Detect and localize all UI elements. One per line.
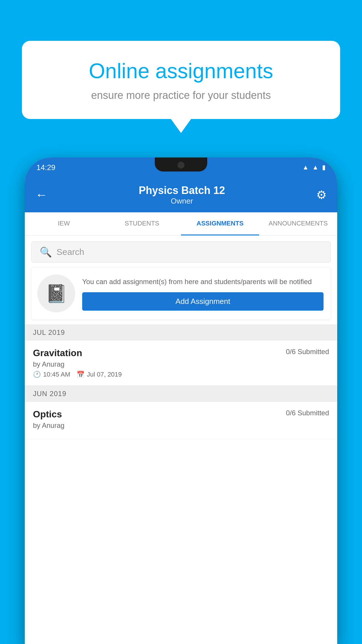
assignment-name-gravitation: Gravitation (33, 348, 82, 358)
assignment-name-optics: Optics (33, 409, 62, 420)
promo-card: 📓 You can add assignment(s) from here an… (31, 267, 331, 320)
battery-icon: ▮ (322, 164, 326, 171)
assignment-meta-gravitation: 🕐 10:45 AM 📅 Jul 07, 2019 (33, 371, 329, 378)
assignment-submitted-gravitation: 0/6 Submitted (286, 348, 329, 356)
assignment-item-optics[interactable]: Optics 0/6 Submitted by Anurag (25, 402, 337, 439)
search-bar[interactable]: 🔍 Search (31, 242, 331, 262)
speech-bubble: Online assignments ensure more practice … (22, 41, 340, 119)
tab-iew[interactable]: IEW (25, 212, 103, 235)
section-header-jun: JUN 2019 (25, 386, 337, 402)
clock-icon: 🕐 (33, 371, 41, 378)
assignment-author-optics: by Anurag (33, 421, 329, 430)
tab-bar: IEW STUDENTS ASSIGNMENTS ANNOUNCEMENTS (25, 212, 337, 236)
search-icon: 🔍 (40, 246, 52, 258)
notebook-icon: 📓 (45, 283, 67, 304)
wifi-icon: ▲ (302, 164, 309, 171)
speech-bubble-title: Online assignments (42, 58, 320, 83)
section-header-jul: JUL 2019 (25, 324, 337, 341)
app-header: ← Physics Batch 12 Owner ⚙ (25, 177, 337, 212)
signal-icon: ▲ (312, 164, 319, 171)
tab-students[interactable]: STUDENTS (103, 212, 181, 235)
assignment-item-gravitation[interactable]: Gravitation 0/6 Submitted by Anurag 🕐 10… (25, 341, 337, 386)
calendar-icon: 📅 (77, 371, 85, 378)
add-assignment-button[interactable]: Add Assignment (82, 292, 324, 311)
promo-icon-circle: 📓 (37, 274, 75, 312)
header-title: Physics Batch 12 (139, 184, 225, 197)
settings-icon[interactable]: ⚙ (316, 188, 327, 202)
promo-text-group: You can add assignment(s) from here and … (82, 276, 324, 311)
assignment-time-gravitation: 🕐 10:45 AM (33, 371, 70, 378)
promo-description: You can add assignment(s) from here and … (82, 276, 324, 287)
header-title-group: Physics Batch 12 Owner (139, 184, 225, 206)
assignment-row1: Gravitation 0/6 Submitted (33, 348, 329, 358)
phone-inner: 14:29 ▲ ▲ ▮ ← Physics Batch 12 Owner ⚙ I… (25, 158, 337, 644)
assignment-date-gravitation: 📅 Jul 07, 2019 (77, 371, 122, 378)
phone-frame: 14:29 ▲ ▲ ▮ ← Physics Batch 12 Owner ⚙ I… (25, 158, 337, 644)
phone-camera (178, 162, 184, 169)
speech-bubble-subtitle: ensure more practice for your students (42, 89, 320, 102)
phone-content: 🔍 Search 📓 You can add assignment(s) fro… (25, 236, 337, 644)
tab-assignments[interactable]: ASSIGNMENTS (181, 212, 259, 235)
search-placeholder: Search (57, 247, 84, 257)
assignment-author-gravitation: by Anurag (33, 360, 329, 368)
status-time: 14:29 (36, 163, 55, 172)
status-icons: ▲ ▲ ▮ (302, 164, 326, 171)
header-subtitle: Owner (139, 197, 225, 206)
speech-bubble-container: Online assignments ensure more practice … (22, 41, 340, 119)
assignment-row1-optics: Optics 0/6 Submitted (33, 409, 329, 420)
tab-announcements[interactable]: ANNOUNCEMENTS (259, 212, 337, 235)
assignment-submitted-optics: 0/6 Submitted (286, 409, 329, 417)
phone-notch (155, 158, 207, 172)
back-button[interactable]: ← (35, 188, 48, 202)
